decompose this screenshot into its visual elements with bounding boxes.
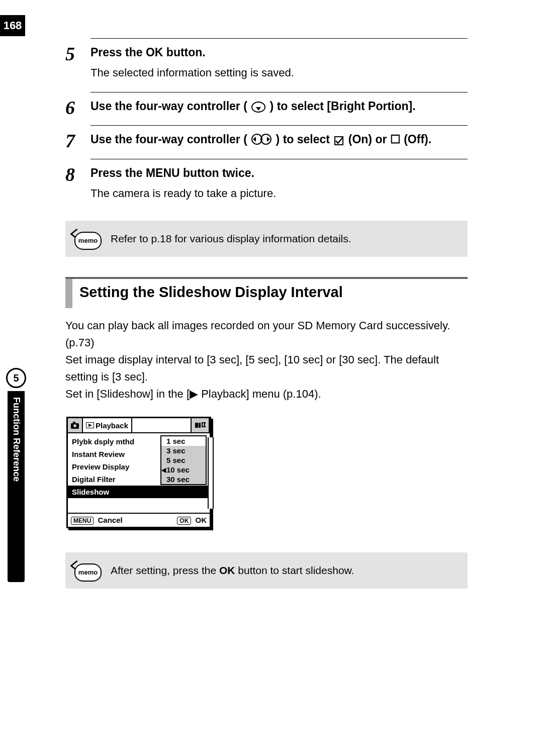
side-chapter-marker: 5 Function Reference [6, 368, 26, 582]
option-pointer: ◀ 10 sec [161, 465, 206, 475]
camera-tab-icon [68, 418, 83, 432]
memo-icon: memo [71, 228, 102, 250]
footer-cancel: MENU Cancel [71, 516, 123, 525]
svg-rect-9 [73, 422, 75, 424]
tab-label: Playback [96, 421, 128, 430]
memo-icon-label: memo [74, 232, 102, 250]
chapter-title-tab: Function Reference [8, 391, 25, 582]
slideshow-interval-options: 1 sec 3 sec 5 sec ◀ 10 sec 30 sec [160, 435, 207, 485]
intro-line: You can play back all images recorded on… [65, 317, 468, 351]
step-title: Use the four-way controller ( ) to selec… [90, 98, 468, 115]
step-number: 6 [65, 98, 90, 119]
svg-marker-11 [88, 424, 92, 427]
step-8: 8 Press the MENU button twice. The camer… [65, 164, 468, 206]
camera-playback-menu: Playback Plybk dsply mthd Instant Review [66, 417, 211, 528]
memo-icon-label: memo [74, 563, 102, 582]
menu-item-label: Digital Filter [72, 474, 116, 485]
memo-icon: memo [71, 559, 102, 582]
menu-item-label: Instant Review [72, 449, 125, 459]
step-title: Press the OK button. [90, 44, 468, 61]
ok-key-icon: OK [177, 517, 191, 525]
divider [90, 125, 468, 126]
step-title-text: ) to select [Bright Portion]. [270, 100, 416, 113]
svg-rect-13 [199, 423, 201, 428]
menu-item-label: Plybk dsply mthd [72, 436, 134, 447]
divider [90, 159, 468, 159]
checkbox-checked-icon [334, 136, 344, 146]
svg-marker-3 [253, 137, 256, 142]
step-title-text: Use the four-way controller ( [90, 100, 247, 113]
option: 3 sec [161, 446, 206, 455]
step-number: 7 [65, 131, 90, 152]
step-title-text: Use the four-way controller ( [90, 133, 247, 146]
menu-footer: MENU Cancel OK OK [68, 513, 210, 527]
intro-line: Set in [Slideshow] in the [▶ Playback] m… [65, 386, 468, 403]
section-title: Setting the Slideshow Display Interval [79, 284, 343, 301]
divider [90, 92, 468, 92]
section-intro: You can play back all images recorded on… [65, 317, 468, 403]
footer-ok-label: OK [196, 516, 207, 524]
menu-key-icon: MENU [71, 517, 94, 525]
svg-marker-1 [256, 107, 261, 111]
page-number: 168 [0, 15, 25, 36]
step-7: 7 Use the four-way controller ( ) to sel… [65, 131, 468, 152]
divider [90, 38, 468, 39]
menu-item-selected: Slideshow [68, 486, 210, 498]
menu-item-label: Preview Display [72, 461, 129, 472]
step-5: 5 Press the OK button. The selected info… [65, 44, 468, 85]
menu-item-label: Slideshow [72, 487, 109, 497]
menu-body: Plybk dsply mthd Instant Review Preview … [68, 433, 210, 513]
section-heading: Setting the Slideshow Display Interval [65, 277, 468, 308]
step-number: 8 [65, 164, 90, 185]
four-way-down-icon [251, 102, 265, 113]
memo-text: Refer to p.18 for various display inform… [111, 233, 351, 244]
intro-line: Set image display interval to [3 sec], [… [65, 351, 468, 386]
chapter-number-badge: 5 [6, 368, 26, 388]
svg-rect-12 [195, 423, 198, 428]
memo-note: memo After setting, press the OK button … [65, 552, 468, 589]
settings-tab-icon [192, 418, 210, 432]
option-label: 10 sec [166, 465, 190, 474]
footer-ok: OK OK [177, 516, 207, 525]
option: 5 sec [161, 455, 206, 465]
menu-tab-bar: Playback [68, 418, 210, 433]
heading-accent [65, 279, 72, 308]
step-title-text: (On) or ☐ (Off). [348, 133, 431, 146]
playback-tab: Playback [83, 418, 132, 432]
memo-text-part: button to start slideshow. [238, 564, 354, 576]
step-description: The selected information setting is save… [90, 64, 468, 81]
step-title: Use the four-way controller ( ) to selec… [90, 131, 468, 148]
step-title-text: ) to select [276, 133, 333, 146]
tab-spacer [132, 418, 192, 432]
step-title: Press the MENU button twice. [90, 164, 468, 182]
scrollbar-icon [208, 437, 214, 509]
svg-point-8 [73, 424, 76, 427]
menu-item-empty [72, 498, 206, 511]
step-description: The camera is ready to take a picture. [90, 185, 468, 202]
memo-text: After setting, press the OK button to st… [111, 564, 354, 576]
memo-note: memo Refer to p.18 for various display i… [65, 221, 468, 257]
ok-label: OK [219, 564, 235, 576]
footer-cancel-label: Cancel [98, 516, 123, 524]
step-number: 5 [65, 44, 90, 65]
four-way-left-right-icon [251, 133, 272, 146]
memo-text-part: After setting, press the [111, 564, 219, 576]
left-arrow-icon: ◀ [161, 466, 166, 474]
step-6: 6 Use the four-way controller ( ) to sel… [65, 98, 468, 119]
svg-marker-5 [267, 137, 270, 142]
option: 30 sec [161, 475, 206, 484]
option: 1 sec [161, 436, 206, 446]
